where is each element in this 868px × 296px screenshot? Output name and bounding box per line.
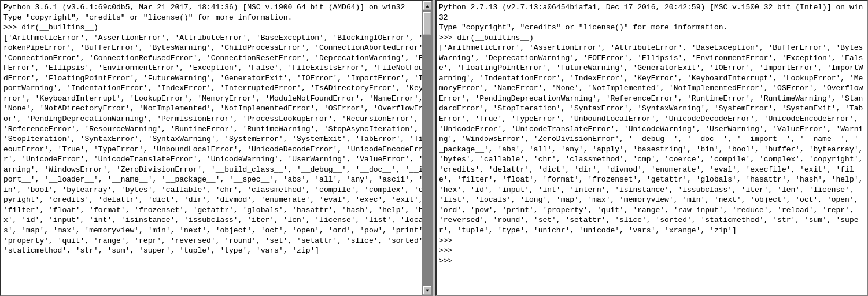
left-scroll-track[interactable] [423, 10, 431, 286]
right-terminal-content: Python 2.7.13 (v2.7.13:a06454b1afa1, Dec… [437, 1, 867, 295]
left-terminal-content: Python 3.6.1 (v3.6.1:69c0db5, Mar 21 201… [1, 1, 431, 295]
right-terminal[interactable]: Python 2.7.13 (v2.7.13:a06454b1afa1, Dec… [435, 0, 868, 296]
left-scroll-thumb[interactable] [423, 12, 431, 35]
left-scrollbar[interactable]: ▲ ▼ [422, 1, 431, 295]
left-scroll-up[interactable]: ▲ [423, 1, 432, 10]
left-scroll-down[interactable]: ▼ [423, 286, 432, 295]
left-terminal[interactable]: Python 3.6.1 (v3.6.1:69c0db5, Mar 21 201… [0, 0, 433, 296]
